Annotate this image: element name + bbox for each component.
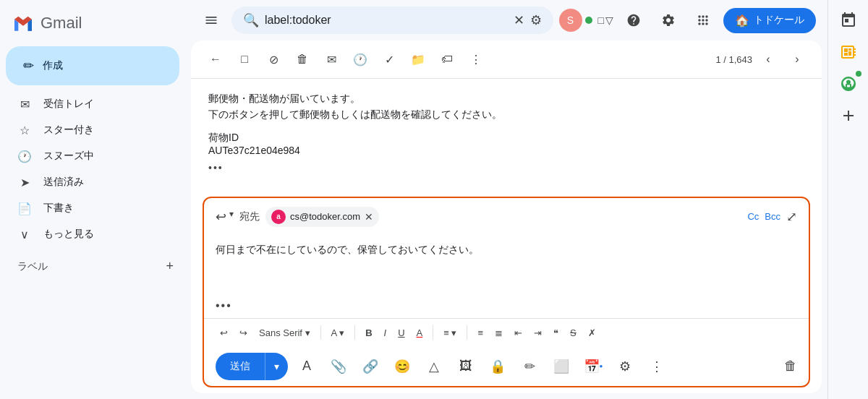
bold-button[interactable]: B <box>361 325 376 341</box>
drafts-label: 下書き <box>43 202 74 215</box>
align-button[interactable]: ≡ ▾ <box>439 325 461 341</box>
add-label-button[interactable]: + <box>166 259 174 274</box>
help-button[interactable] <box>619 6 648 35</box>
package-id-section: 荷物ID AUTe37c21e04e984 <box>208 132 804 156</box>
formatting-toolbar: ↩ ↪ Sans Serif ▾ A ▾ B I U A ≡ ▾ ≡ ≣ ⇤ ⇥… <box>204 318 809 347</box>
ordered-list-button[interactable]: ≡ <box>473 325 488 341</box>
search-clear-button[interactable]: ✕ <box>514 12 524 28</box>
indent-more-button[interactable]: ⇥ <box>529 325 546 341</box>
attach-button[interactable]: 📎 <box>326 353 352 379</box>
text-color-button[interactable]: A <box>412 325 427 341</box>
sidebar-item-sent[interactable]: ➤ 送信済み <box>0 169 174 195</box>
to-label: 宛先 <box>239 210 260 223</box>
redo-button[interactable]: ↪ <box>235 325 252 341</box>
spam-button[interactable]: ⊘ <box>260 46 286 72</box>
archive-button[interactable]: □ <box>231 46 258 72</box>
expand-dots[interactable]: ••• <box>208 162 804 173</box>
quote-button[interactable]: ❝ <box>549 325 563 341</box>
minimize-icon[interactable]: □ <box>598 14 604 26</box>
font-selector[interactable]: Sans Serif ▾ <box>255 325 315 341</box>
sidebar-item-snoozed[interactable]: 🕐 スヌーズ中 <box>0 143 174 169</box>
drive-button[interactable]: △ <box>421 353 447 379</box>
menu-button[interactable] <box>197 6 226 35</box>
template-button[interactable]: ⬜ <box>548 353 574 379</box>
reply-dropdown-button[interactable]: ▾ <box>229 209 234 225</box>
mark-read-button[interactable]: ✉ <box>318 46 344 72</box>
more-toolbar-button[interactable]: ⋮ <box>463 46 489 72</box>
strikethrough-button[interactable]: S <box>566 325 581 341</box>
sidebar-item-more[interactable]: ∨ もっと見る <box>0 221 174 247</box>
discard-button[interactable]: 🗑 <box>784 359 797 374</box>
schedule-button[interactable]: 📅● <box>580 353 606 379</box>
emoji-button[interactable]: 😊 <box>389 353 415 379</box>
snooze-button[interactable]: 🕐 <box>347 46 373 72</box>
sidebar-item-drafts[interactable]: 📄 下書き <box>0 195 174 221</box>
unordered-list-button[interactable]: ≣ <box>490 325 507 341</box>
window-controls: □ ▽ <box>598 14 613 26</box>
more-label: もっと見る <box>43 228 94 241</box>
search-input[interactable] <box>265 14 508 27</box>
rail-tasks-icon[interactable] <box>834 38 863 66</box>
search-filter-button[interactable]: ⚙ <box>530 12 542 28</box>
snoozed-label: スヌーズ中 <box>43 150 94 163</box>
task-button[interactable]: ✓ <box>376 46 402 72</box>
signature-button[interactable]: ✏ <box>516 353 542 379</box>
package-id-label: 荷物ID <box>208 132 804 145</box>
expand-icon[interactable]: ▽ <box>605 14 613 26</box>
photo-button[interactable]: 🖼 <box>453 353 479 379</box>
recipient-avatar: a <box>271 210 286 224</box>
settings-button[interactable] <box>654 6 683 35</box>
send-dropdown-button[interactable]: ▾ <box>265 353 288 380</box>
reply-expand-dots[interactable]: ••• <box>204 293 809 318</box>
package-id-value: AUTe37c21e04e984 <box>208 145 804 156</box>
label-button[interactable]: 🏷 <box>434 46 460 72</box>
indent-less-button[interactable]: ⇤ <box>510 325 527 341</box>
cc-bcc-controls: Cc Bcc <box>747 211 780 222</box>
apps-button[interactable] <box>689 6 718 35</box>
count-text: 1 / 1,643 <box>715 54 752 65</box>
underline-button[interactable]: U <box>393 325 409 341</box>
sent-icon: ➤ <box>17 176 32 189</box>
delete-button[interactable]: 🗑 <box>289 46 315 72</box>
font-size-button[interactable]: A ▾ <box>327 325 349 341</box>
back-button[interactable]: ← <box>203 46 229 72</box>
cc-button[interactable]: Cc <box>747 211 759 222</box>
italic-button[interactable]: I <box>380 325 391 341</box>
starred-icon: ☆ <box>17 124 32 137</box>
link-button[interactable]: 🔗 <box>357 353 383 379</box>
hamburger-icon <box>204 13 218 27</box>
move-button[interactable]: 📁 <box>405 46 431 72</box>
remove-format-button[interactable]: ✗ <box>584 325 600 341</box>
compose-button[interactable]: ✏ 作成 <box>6 46 179 85</box>
rail-contacts-icon[interactable] <box>834 69 863 98</box>
reply-content-area[interactable]: 何日まで不在にしているので、保管しておいてください。 <box>204 236 809 293</box>
lock-button[interactable]: 🔒 <box>485 353 511 379</box>
remove-recipient-button[interactable]: ✕ <box>365 211 373 223</box>
help-icon <box>626 13 641 27</box>
rail-calendar-icon[interactable] <box>834 6 863 35</box>
bcc-button[interactable]: Bcc <box>765 211 780 222</box>
undo-button[interactable]: ↩ <box>216 325 232 341</box>
reply-button[interactable]: ↩ <box>216 209 226 225</box>
sidebar-item-inbox[interactable]: ✉ 受信トレイ <box>0 91 174 117</box>
rail-add-icon[interactable] <box>834 101 863 130</box>
more-actions-button[interactable]: ⋮ <box>644 353 670 379</box>
next-email-button[interactable]: › <box>784 46 810 72</box>
apps-icon <box>696 13 710 27</box>
status-indicator <box>585 17 592 24</box>
starred-label: スター付き <box>43 124 94 137</box>
format-button[interactable]: A <box>294 353 320 379</box>
recipient-chip: a cs@todoker.com ✕ <box>265 207 379 227</box>
email-count: 1 / 1,643 ‹ › <box>715 46 810 72</box>
prev-email-button[interactable]: ‹ <box>755 46 781 72</box>
expand-compose-button[interactable]: ⤢ <box>786 209 797 225</box>
main-content: 🔍 ✕ ⚙ S □ ▽ <box>185 0 827 399</box>
send-button[interactable]: 送信 <box>216 353 265 380</box>
sidebar-item-starred[interactable]: ☆ スター付き <box>0 117 174 143</box>
sent-label: 送信済み <box>43 176 84 189</box>
brand-button[interactable]: 🏠 トドケール <box>723 8 816 33</box>
ai-button[interactable]: ⚙ <box>612 353 638 379</box>
user-avatar[interactable]: S <box>559 9 582 32</box>
reply-compose-box: ↩ ▾ 宛先 a cs@todoker.com ✕ Cc Bcc ⤢ <box>203 197 810 387</box>
brand-icon: 🏠 <box>735 14 749 27</box>
